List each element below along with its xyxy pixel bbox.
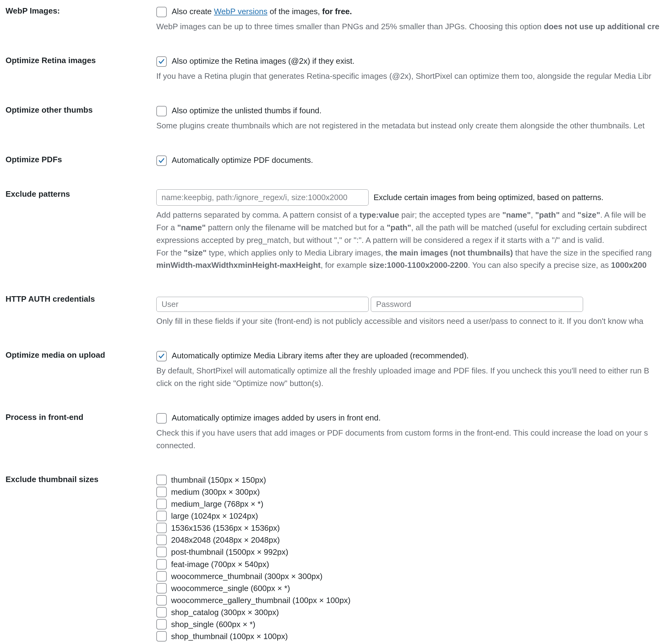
- desc-exclude-4: For the "size" type, which applies only …: [156, 247, 672, 259]
- checkbox-frontend[interactable]: [156, 413, 167, 424]
- checkbox-thumb-size[interactable]: [156, 499, 167, 509]
- text-exclude-after: Exclude certain images from being optimi…: [373, 192, 603, 203]
- desc-http-auth: Only fill in these fields if your site (…: [156, 316, 672, 327]
- thumb-size-item: 1536x1536 (1536px × 1536px): [156, 523, 672, 534]
- desc-exclude-1: Add patterns separated by comma. A patte…: [156, 209, 672, 221]
- text-frontend: Automatically optimize images added by u…: [172, 412, 381, 423]
- checkbox-thumb-size[interactable]: [156, 583, 167, 594]
- label-exclude-patterns: Exclude patterns: [5, 189, 70, 199]
- row-thumb-sizes: Exclude thumbnail sizes thumbnail (150px…: [5, 475, 672, 644]
- thumb-size-label: thumbnail (150px × 150px): [171, 475, 266, 485]
- thumb-size-label: shop_catalog (300px × 300px): [171, 607, 279, 618]
- checkbox-thumb-size[interactable]: [156, 523, 167, 533]
- thumb-size-label: medium_large (768px × *): [171, 499, 263, 510]
- thumb-size-item: woocommerce_single (600px × *): [156, 583, 672, 594]
- desc-webp: WebP images can be up to three times sma…: [156, 21, 672, 32]
- thumb-size-item: woocommerce_gallery_thumbnail (100px × 1…: [156, 595, 672, 606]
- thumb-size-list: thumbnail (150px × 150px)medium (300px ×…: [156, 475, 672, 642]
- settings-form: WebP Images: Also create WebP versions o…: [0, 0, 672, 644]
- desc-exclude-3: expressions accepted by preg_match, but …: [156, 235, 672, 246]
- label-frontend: Process in front-end: [5, 412, 83, 422]
- label-webp: WebP Images:: [5, 6, 60, 15]
- text-other-thumbs: Also optimize the unlisted thumbs if fou…: [172, 105, 322, 116]
- thumb-size-label: post-thumbnail (1500px × 992px): [171, 547, 288, 558]
- text-webp: Also create WebP versions of the images,…: [172, 6, 352, 17]
- row-other-thumbs: Optimize other thumbs Also optimize the …: [5, 105, 672, 131]
- text-pdf: Automatically optimize PDF documents.: [172, 155, 313, 166]
- checkbox-thumb-size[interactable]: [156, 559, 167, 570]
- input-auth-password[interactable]: [371, 297, 583, 312]
- input-auth-user[interactable]: [156, 297, 369, 312]
- checkbox-thumb-size[interactable]: [156, 511, 167, 521]
- desc-frontend-2: connected.: [156, 440, 672, 451]
- row-on-upload: Optimize media on upload Automatically o…: [5, 350, 672, 389]
- thumb-size-item: feat-image (700px × 540px): [156, 559, 672, 570]
- thumb-size-label: large (1024px × 1024px): [171, 511, 258, 522]
- checkbox-on-upload[interactable]: [156, 351, 167, 361]
- thumb-size-label: woocommerce_gallery_thumbnail (100px × 1…: [171, 595, 350, 606]
- thumb-size-label: shop_thumbnail (100px × 100px): [171, 631, 288, 642]
- thumb-size-label: woocommerce_thumbnail (300px × 300px): [171, 571, 323, 582]
- desc-retina: If you have a Retina plugin that generat…: [156, 70, 672, 82]
- checkbox-thumb-size[interactable]: [156, 547, 167, 557]
- thumb-size-label: woocommerce_single (600px × *): [171, 583, 290, 594]
- input-exclude-patterns[interactable]: [156, 189, 369, 206]
- thumb-size-item: shop_thumbnail (100px × 100px): [156, 631, 672, 642]
- desc-on-upload-1: By default, ShortPixel will automaticall…: [156, 365, 672, 376]
- thumb-size-item: thumbnail (150px × 150px): [156, 475, 672, 485]
- thumb-size-item: post-thumbnail (1500px × 992px): [156, 547, 672, 558]
- thumb-size-label: 2048x2048 (2048px × 2048px): [171, 535, 280, 546]
- link-webp-versions[interactable]: WebP versions: [214, 7, 267, 16]
- row-retina: Optimize Retina images Also optimize the…: [5, 56, 672, 82]
- desc-exclude-2: For a "name" pattern only the filename w…: [156, 222, 672, 233]
- label-other-thumbs: Optimize other thumbs: [5, 105, 93, 115]
- thumb-size-label: shop_single (600px × *): [171, 619, 255, 630]
- thumb-size-item: woocommerce_thumbnail (300px × 300px): [156, 571, 672, 582]
- row-webp: WebP Images: Also create WebP versions o…: [5, 6, 672, 32]
- thumb-size-item: large (1024px × 1024px): [156, 511, 672, 522]
- thumb-size-item: shop_single (600px × *): [156, 619, 672, 630]
- checkbox-retina[interactable]: [156, 56, 167, 67]
- row-frontend: Process in front-end Automatically optim…: [5, 412, 672, 451]
- checkbox-thumb-size[interactable]: [156, 595, 167, 606]
- thumb-size-item: medium_large (768px × *): [156, 499, 672, 510]
- row-http-auth: HTTP AUTH credentials Only fill in these…: [5, 294, 672, 327]
- desc-other-thumbs: Some plugins create thumbnails which are…: [156, 120, 672, 131]
- thumb-size-item: shop_catalog (300px × 300px): [156, 607, 672, 618]
- desc-frontend-1: Check this if you have users that add im…: [156, 427, 672, 439]
- text-retina: Also optimize the Retina images (@2x) if…: [172, 56, 355, 67]
- thumb-size-item: 2048x2048 (2048px × 2048px): [156, 535, 672, 546]
- text-on-upload: Automatically optimize Media Library ite…: [172, 350, 469, 361]
- thumb-size-label: feat-image (700px × 540px): [171, 559, 269, 570]
- label-http-auth: HTTP AUTH credentials: [5, 294, 95, 304]
- row-exclude-patterns: Exclude patterns Exclude certain images …: [5, 189, 672, 271]
- thumb-size-label: 1536x1536 (1536px × 1536px): [171, 523, 280, 534]
- label-on-upload: Optimize media on upload: [5, 350, 105, 360]
- row-pdf: Optimize PDFs Automatically optimize PDF…: [5, 155, 672, 166]
- checkbox-thumb-size[interactable]: [156, 619, 167, 630]
- desc-exclude-5: minWidth-maxWidthxminHeight-maxHeight, f…: [156, 259, 672, 271]
- checkbox-thumb-size[interactable]: [156, 535, 167, 545]
- checkbox-thumb-size[interactable]: [156, 487, 167, 497]
- desc-on-upload-2: click on the right side "Optimize now" b…: [156, 378, 672, 389]
- label-retina: Optimize Retina images: [5, 56, 96, 65]
- label-thumb-sizes: Exclude thumbnail sizes: [5, 475, 98, 484]
- label-pdf: Optimize PDFs: [5, 155, 62, 164]
- checkbox-thumb-size[interactable]: [156, 607, 167, 618]
- checkbox-thumb-size[interactable]: [156, 475, 167, 485]
- thumb-size-label: medium (300px × 300px): [171, 487, 260, 497]
- checkbox-thumb-size[interactable]: [156, 571, 167, 582]
- thumb-size-item: medium (300px × 300px): [156, 487, 672, 497]
- checkbox-thumb-size[interactable]: [156, 631, 167, 642]
- checkbox-pdf[interactable]: [156, 155, 167, 166]
- checkbox-webp[interactable]: [156, 7, 167, 17]
- checkbox-other-thumbs[interactable]: [156, 106, 167, 116]
